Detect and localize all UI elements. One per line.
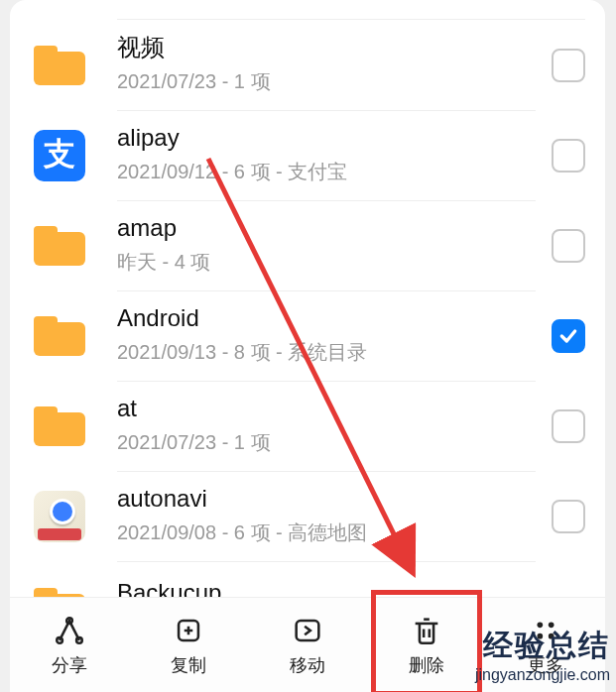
move-icon [291,614,324,647]
share-icon [53,614,86,647]
checkbox[interactable] [552,500,585,533]
checkbox[interactable] [552,409,585,443]
copy-button[interactable]: 复制 [129,598,248,692]
checkbox[interactable] [552,49,585,82]
move-button[interactable]: 移动 [248,598,367,692]
file-meta: 2021/07/23 - 1 项 [117,429,536,456]
file-meta: 昨天 - 4 项 [117,249,536,276]
alipay-icon: 支 [34,130,85,181]
trash-icon [410,614,443,647]
file-list: 视频 2021/07/23 - 1 项 支 alipay 2021/09/12 … [10,0,605,598]
svg-point-6 [549,622,554,628]
file-name: amap [117,214,536,243]
more-button[interactable]: 更多 [486,598,605,692]
file-name: 视频 [117,34,536,62]
svg-point-8 [549,633,554,638]
file-name: alipay [117,124,536,153]
file-manager-app: 视频 2021/07/23 - 1 项 支 alipay 2021/09/12 … [10,0,605,692]
delete-button[interactable]: 删除 [367,598,486,692]
list-item[interactable]: 视频 2021/07/23 - 1 项 [10,20,605,110]
list-item[interactable] [10,0,605,20]
folder-icon [30,403,89,450]
list-item[interactable]: autonavi 2021/09/08 - 6 项 - 高德地图 [10,471,605,561]
move-label: 移动 [290,653,325,677]
delete-label: 删除 [409,653,444,677]
folder-icon [30,222,89,270]
folder-icon [30,0,89,20]
more-label: 更多 [528,653,563,677]
list-item[interactable]: amap 昨天 - 4 项 [10,200,605,290]
svg-point-7 [538,633,544,638]
svg-rect-4 [297,621,319,640]
svg-point-5 [538,622,544,628]
more-icon [529,614,562,647]
autonavi-icon [34,491,85,542]
list-item[interactable]: 支 alipay 2021/09/12 - 6 项 - 支付宝 [10,110,605,200]
file-name: Android [117,304,536,333]
file-meta: 2021/09/08 - 6 项 - 高德地图 [117,519,536,546]
folder-icon [30,312,89,360]
copy-icon [172,614,205,647]
checkbox[interactable] [552,139,585,173]
file-meta: 2021/09/12 - 6 项 - 支付宝 [117,159,536,185]
copy-label: 复制 [171,653,206,677]
checkbox[interactable] [552,229,585,263]
file-meta: 2021/07/23 - 1 项 [117,68,536,95]
file-meta: 2021/09/13 - 8 项 - 系统目录 [117,339,536,366]
file-name: at [117,395,536,423]
file-name: autonavi [117,485,536,514]
list-item[interactable]: at 2021/07/23 - 1 项 [10,381,605,471]
share-label: 分享 [52,653,87,677]
folder-icon [30,42,89,89]
share-button[interactable]: 分享 [10,598,129,692]
bottom-toolbar: 分享 复制 移动 删除 更多 [10,597,605,692]
list-item[interactable]: Android 2021/09/13 - 8 项 - 系统目录 [10,290,605,381]
checkbox-checked[interactable] [552,319,585,353]
